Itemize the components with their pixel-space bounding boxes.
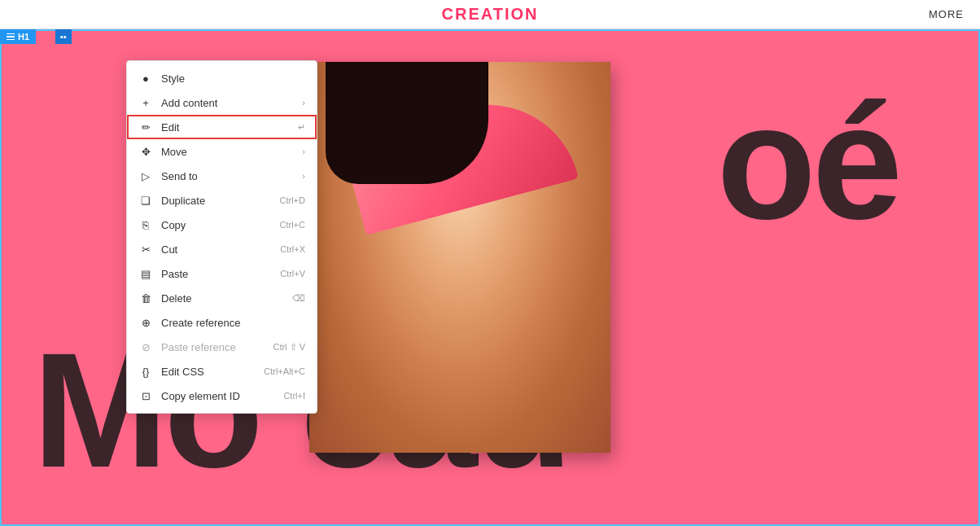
menu-item-edit[interactable]: ✏Edit↵ bbox=[127, 115, 317, 139]
menu-label-send-to: Send to bbox=[161, 170, 302, 182]
menu-label-create-reference: Create reference bbox=[161, 317, 305, 329]
menu-label-edit-css: Edit CSS bbox=[161, 366, 264, 378]
menu-icon-edit: ✏ bbox=[138, 120, 153, 134]
menu-icon-edit-css: {} bbox=[138, 364, 153, 379]
menu-item-delete[interactable]: 🗑Delete⌫ bbox=[127, 286, 317, 310]
menu-icon-paste: ▤ bbox=[138, 266, 153, 281]
top-bar: Creation MORE bbox=[0, 0, 980, 29]
menu-item-copy-element-id[interactable]: ⊡Copy element IDCtrl+I bbox=[127, 384, 317, 408]
menu-item-duplicate[interactable]: ❑DuplicateCtrl+D bbox=[127, 188, 317, 213]
menu-label-move: Move bbox=[161, 146, 302, 158]
canvas-area: oé Mo cau H1 ▪▪ ●Style+Add content›✏Edit… bbox=[0, 29, 980, 526]
menu-item-create-reference[interactable]: ⊕Create reference bbox=[127, 310, 317, 335]
menu-icon-copy-element-id: ⊡ bbox=[138, 388, 153, 403]
menu-label-style: Style bbox=[161, 72, 305, 85]
menu-icon-delete: 🗑 bbox=[138, 291, 153, 305]
menu-item-move[interactable]: ✥Move› bbox=[127, 139, 317, 164]
menu-label-copy: Copy bbox=[161, 219, 280, 231]
menu-item-edit-css[interactable]: {}Edit CSSCtrl+Alt+C bbox=[127, 359, 317, 384]
menu-label-duplicate: Duplicate bbox=[161, 195, 280, 207]
menu-item-copy[interactable]: ⎘CopyCtrl+C bbox=[127, 213, 317, 237]
menu-item-paste-reference: ⊘Paste referenceCtrl ⇧ V bbox=[127, 335, 317, 359]
menu-label-add-content: Add content bbox=[161, 97, 302, 109]
menu-icon-send-to: ▷ bbox=[138, 169, 153, 183]
h1-badge-label: H1 bbox=[18, 32, 29, 42]
menu-item-style[interactable]: ●Style bbox=[127, 66, 317, 90]
menu-shortcut-copy-element-id: Ctrl+I bbox=[283, 391, 305, 401]
second-badge[interactable]: ▪▪ bbox=[55, 29, 72, 44]
menu-label-paste: Paste bbox=[161, 268, 280, 280]
h1-badge-icon bbox=[7, 33, 15, 41]
menu-label-edit: Edit bbox=[161, 121, 298, 134]
menu-item-cut[interactable]: ✂CutCtrl+X bbox=[127, 237, 317, 261]
menu-shortcut-duplicate: Ctrl+D bbox=[280, 195, 305, 205]
menu-icon-move: ✥ bbox=[138, 144, 153, 159]
menu-icon-add-content: + bbox=[138, 95, 153, 110]
menu-icon-paste-reference: ⊘ bbox=[138, 340, 153, 354]
page-title: Creation bbox=[442, 5, 539, 24]
menu-icon-copy: ⎘ bbox=[138, 217, 153, 232]
menu-item-paste[interactable]: ▤PasteCtrl+V bbox=[127, 261, 317, 286]
menu-shortcut-paste: Ctrl+V bbox=[280, 269, 305, 278]
menu-shortcut-cut: Ctrl+X bbox=[280, 244, 305, 254]
photo-inner bbox=[309, 62, 610, 453]
more-link[interactable]: MORE bbox=[929, 8, 964, 20]
menu-label-copy-element-id: Copy element ID bbox=[161, 390, 283, 402]
menu-arrow-move: › bbox=[302, 147, 305, 156]
menu-icon-duplicate: ❑ bbox=[138, 193, 153, 208]
menu-item-add-content[interactable]: +Add content› bbox=[127, 90, 317, 115]
menu-label-paste-reference: Paste reference bbox=[161, 341, 273, 353]
second-badge-label: ▪▪ bbox=[60, 32, 67, 42]
menu-shortcut-copy: Ctrl+C bbox=[280, 220, 305, 230]
menu-icon-cut: ✂ bbox=[138, 242, 153, 256]
menu-label-delete: Delete bbox=[161, 292, 292, 305]
menu-shortcut-paste-reference: Ctrl ⇧ V bbox=[273, 342, 305, 353]
menu-shortcut-delete: ⌫ bbox=[292, 293, 305, 304]
h1-badge[interactable]: H1 bbox=[0, 29, 36, 44]
context-menu: ●Style+Add content›✏Edit↵✥Move›▷Send to›… bbox=[126, 60, 317, 414]
menu-arrow-send-to: › bbox=[302, 171, 305, 181]
menu-arrow-add-content: › bbox=[302, 98, 305, 107]
menu-shortcut-edit: ↵ bbox=[298, 122, 305, 133]
menu-label-cut: Cut bbox=[161, 243, 280, 256]
menu-icon-style: ● bbox=[138, 71, 153, 85]
menu-icon-create-reference: ⊕ bbox=[138, 315, 153, 330]
menu-item-send-to[interactable]: ▷Send to› bbox=[127, 164, 317, 188]
photo-element bbox=[309, 62, 610, 453]
menu-shortcut-edit-css: Ctrl+Alt+C bbox=[264, 366, 305, 376]
